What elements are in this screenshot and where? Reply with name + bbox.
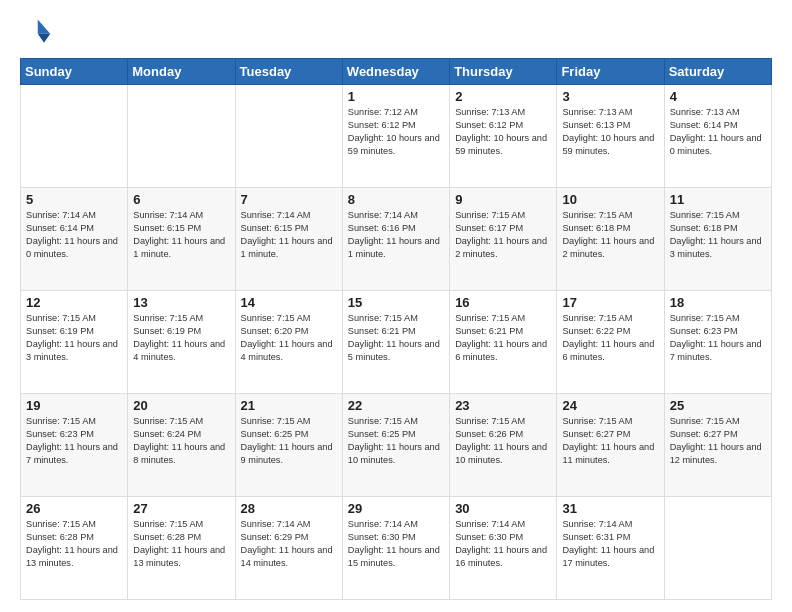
day-number: 31 <box>562 501 658 516</box>
day-info: Sunrise: 7:15 AM Sunset: 6:25 PM Dayligh… <box>241 415 337 467</box>
day-info: Sunrise: 7:14 AM Sunset: 6:15 PM Dayligh… <box>241 209 337 261</box>
day-info: Sunrise: 7:13 AM Sunset: 6:13 PM Dayligh… <box>562 106 658 158</box>
day-number: 8 <box>348 192 444 207</box>
day-cell: 8Sunrise: 7:14 AM Sunset: 6:16 PM Daylig… <box>342 188 449 291</box>
day-cell: 3Sunrise: 7:13 AM Sunset: 6:13 PM Daylig… <box>557 85 664 188</box>
day-number: 5 <box>26 192 122 207</box>
day-info: Sunrise: 7:12 AM Sunset: 6:12 PM Dayligh… <box>348 106 444 158</box>
day-number: 16 <box>455 295 551 310</box>
day-number: 15 <box>348 295 444 310</box>
day-cell: 18Sunrise: 7:15 AM Sunset: 6:23 PM Dayli… <box>664 291 771 394</box>
day-info: Sunrise: 7:14 AM Sunset: 6:31 PM Dayligh… <box>562 518 658 570</box>
day-cell <box>128 85 235 188</box>
day-cell: 11Sunrise: 7:15 AM Sunset: 6:18 PM Dayli… <box>664 188 771 291</box>
day-number: 14 <box>241 295 337 310</box>
day-number: 19 <box>26 398 122 413</box>
day-number: 17 <box>562 295 658 310</box>
col-header-tuesday: Tuesday <box>235 59 342 85</box>
day-info: Sunrise: 7:15 AM Sunset: 6:22 PM Dayligh… <box>562 312 658 364</box>
day-info: Sunrise: 7:15 AM Sunset: 6:18 PM Dayligh… <box>562 209 658 261</box>
day-info: Sunrise: 7:14 AM Sunset: 6:30 PM Dayligh… <box>455 518 551 570</box>
day-cell: 21Sunrise: 7:15 AM Sunset: 6:25 PM Dayli… <box>235 394 342 497</box>
day-cell: 7Sunrise: 7:14 AM Sunset: 6:15 PM Daylig… <box>235 188 342 291</box>
day-number: 29 <box>348 501 444 516</box>
day-number: 20 <box>133 398 229 413</box>
day-info: Sunrise: 7:15 AM Sunset: 6:21 PM Dayligh… <box>455 312 551 364</box>
day-cell: 28Sunrise: 7:14 AM Sunset: 6:29 PM Dayli… <box>235 497 342 600</box>
svg-marker-0 <box>38 20 50 34</box>
day-number: 23 <box>455 398 551 413</box>
day-number: 25 <box>670 398 766 413</box>
day-info: Sunrise: 7:15 AM Sunset: 6:17 PM Dayligh… <box>455 209 551 261</box>
day-cell: 16Sunrise: 7:15 AM Sunset: 6:21 PM Dayli… <box>450 291 557 394</box>
day-number: 30 <box>455 501 551 516</box>
day-number: 9 <box>455 192 551 207</box>
calendar: SundayMondayTuesdayWednesdayThursdayFrid… <box>20 58 772 600</box>
day-info: Sunrise: 7:14 AM Sunset: 6:14 PM Dayligh… <box>26 209 122 261</box>
day-info: Sunrise: 7:15 AM Sunset: 6:23 PM Dayligh… <box>670 312 766 364</box>
day-cell: 2Sunrise: 7:13 AM Sunset: 6:12 PM Daylig… <box>450 85 557 188</box>
day-info: Sunrise: 7:15 AM Sunset: 6:27 PM Dayligh… <box>670 415 766 467</box>
page: SundayMondayTuesdayWednesdayThursdayFrid… <box>0 0 792 612</box>
day-info: Sunrise: 7:14 AM Sunset: 6:29 PM Dayligh… <box>241 518 337 570</box>
day-cell: 10Sunrise: 7:15 AM Sunset: 6:18 PM Dayli… <box>557 188 664 291</box>
col-header-monday: Monday <box>128 59 235 85</box>
day-info: Sunrise: 7:15 AM Sunset: 6:20 PM Dayligh… <box>241 312 337 364</box>
day-number: 1 <box>348 89 444 104</box>
day-info: Sunrise: 7:14 AM Sunset: 6:30 PM Dayligh… <box>348 518 444 570</box>
day-number: 21 <box>241 398 337 413</box>
day-info: Sunrise: 7:15 AM Sunset: 6:26 PM Dayligh… <box>455 415 551 467</box>
day-cell: 30Sunrise: 7:14 AM Sunset: 6:30 PM Dayli… <box>450 497 557 600</box>
day-number: 13 <box>133 295 229 310</box>
logo <box>20 16 56 48</box>
col-header-saturday: Saturday <box>664 59 771 85</box>
day-cell <box>664 497 771 600</box>
day-info: Sunrise: 7:15 AM Sunset: 6:23 PM Dayligh… <box>26 415 122 467</box>
day-cell <box>235 85 342 188</box>
day-info: Sunrise: 7:15 AM Sunset: 6:28 PM Dayligh… <box>133 518 229 570</box>
day-number: 26 <box>26 501 122 516</box>
day-number: 27 <box>133 501 229 516</box>
day-cell: 13Sunrise: 7:15 AM Sunset: 6:19 PM Dayli… <box>128 291 235 394</box>
week-row-3: 12Sunrise: 7:15 AM Sunset: 6:19 PM Dayli… <box>21 291 772 394</box>
day-info: Sunrise: 7:15 AM Sunset: 6:24 PM Dayligh… <box>133 415 229 467</box>
day-cell: 31Sunrise: 7:14 AM Sunset: 6:31 PM Dayli… <box>557 497 664 600</box>
day-cell: 29Sunrise: 7:14 AM Sunset: 6:30 PM Dayli… <box>342 497 449 600</box>
col-header-friday: Friday <box>557 59 664 85</box>
day-cell: 4Sunrise: 7:13 AM Sunset: 6:14 PM Daylig… <box>664 85 771 188</box>
day-cell: 14Sunrise: 7:15 AM Sunset: 6:20 PM Dayli… <box>235 291 342 394</box>
col-header-wednesday: Wednesday <box>342 59 449 85</box>
week-row-1: 1Sunrise: 7:12 AM Sunset: 6:12 PM Daylig… <box>21 85 772 188</box>
day-number: 24 <box>562 398 658 413</box>
day-cell: 12Sunrise: 7:15 AM Sunset: 6:19 PM Dayli… <box>21 291 128 394</box>
day-cell: 19Sunrise: 7:15 AM Sunset: 6:23 PM Dayli… <box>21 394 128 497</box>
day-cell: 27Sunrise: 7:15 AM Sunset: 6:28 PM Dayli… <box>128 497 235 600</box>
day-number: 12 <box>26 295 122 310</box>
day-number: 10 <box>562 192 658 207</box>
day-number: 11 <box>670 192 766 207</box>
week-row-4: 19Sunrise: 7:15 AM Sunset: 6:23 PM Dayli… <box>21 394 772 497</box>
col-header-sunday: Sunday <box>21 59 128 85</box>
day-info: Sunrise: 7:15 AM Sunset: 6:19 PM Dayligh… <box>26 312 122 364</box>
day-info: Sunrise: 7:14 AM Sunset: 6:16 PM Dayligh… <box>348 209 444 261</box>
svg-marker-1 <box>38 34 50 43</box>
day-cell: 9Sunrise: 7:15 AM Sunset: 6:17 PM Daylig… <box>450 188 557 291</box>
day-number: 3 <box>562 89 658 104</box>
day-cell: 25Sunrise: 7:15 AM Sunset: 6:27 PM Dayli… <box>664 394 771 497</box>
day-number: 18 <box>670 295 766 310</box>
day-info: Sunrise: 7:15 AM Sunset: 6:19 PM Dayligh… <box>133 312 229 364</box>
day-cell: 22Sunrise: 7:15 AM Sunset: 6:25 PM Dayli… <box>342 394 449 497</box>
day-number: 22 <box>348 398 444 413</box>
day-info: Sunrise: 7:15 AM Sunset: 6:28 PM Dayligh… <box>26 518 122 570</box>
col-header-thursday: Thursday <box>450 59 557 85</box>
day-number: 28 <box>241 501 337 516</box>
day-info: Sunrise: 7:14 AM Sunset: 6:15 PM Dayligh… <box>133 209 229 261</box>
calendar-header-row: SundayMondayTuesdayWednesdayThursdayFrid… <box>21 59 772 85</box>
week-row-5: 26Sunrise: 7:15 AM Sunset: 6:28 PM Dayli… <box>21 497 772 600</box>
week-row-2: 5Sunrise: 7:14 AM Sunset: 6:14 PM Daylig… <box>21 188 772 291</box>
day-number: 6 <box>133 192 229 207</box>
day-cell: 24Sunrise: 7:15 AM Sunset: 6:27 PM Dayli… <box>557 394 664 497</box>
day-cell: 6Sunrise: 7:14 AM Sunset: 6:15 PM Daylig… <box>128 188 235 291</box>
day-info: Sunrise: 7:15 AM Sunset: 6:18 PM Dayligh… <box>670 209 766 261</box>
day-info: Sunrise: 7:13 AM Sunset: 6:12 PM Dayligh… <box>455 106 551 158</box>
